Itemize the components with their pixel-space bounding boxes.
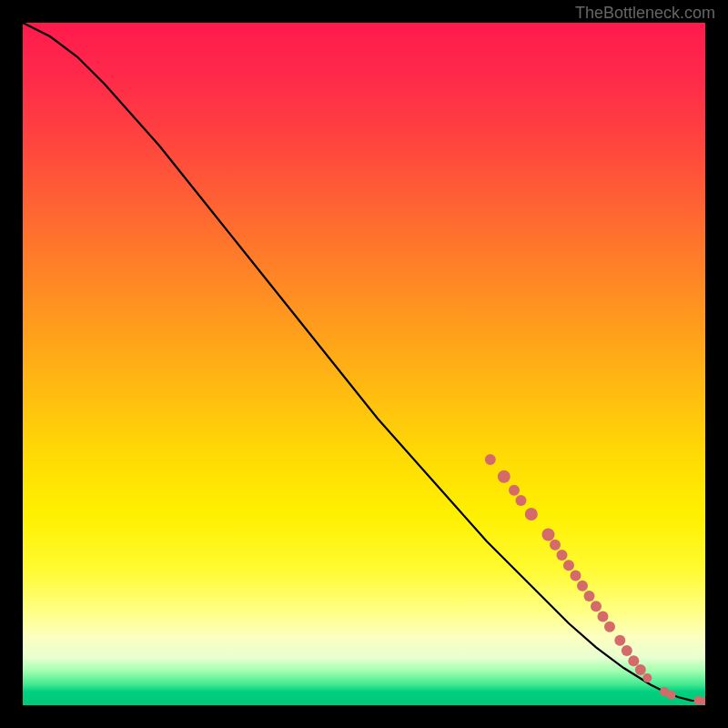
chart-background bbox=[23, 23, 705, 705]
attribution-text: TheBottleneck.com bbox=[575, 4, 715, 23]
